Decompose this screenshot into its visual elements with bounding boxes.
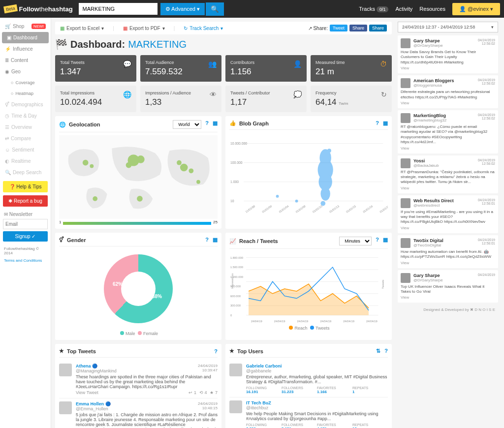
fb-share-button[interactable]: Share <box>349 25 367 31</box>
svg-text:01/01/16: 01/01/16 <box>362 205 373 214</box>
report-bug-button[interactable]: ✱ Report a bug <box>3 195 48 207</box>
sidebar-item-content[interactable]: ≣Content <box>0 55 51 66</box>
blob-graph-panel: 👍Blob Graph ?▦ 10.000.000100.0001.00010 … <box>225 116 392 229</box>
user-item: Gabriele Carboni@gabbaneleEntrepreneur, … <box>229 361 388 397</box>
dashboard-icon: 🏁 <box>55 38 67 50</box>
stat-impressions-audience: Impressions / Audience1,33👁 <box>140 86 221 112</box>
search-button[interactable]: 🔍 <box>206 2 224 16</box>
view-link[interactable]: View <box>401 101 495 105</box>
export-excel-button[interactable]: ▦ Export to Excel ▾ <box>60 26 104 31</box>
help-icon[interactable]: ? <box>214 348 218 354</box>
gender-donut-chart: 62% 38% <box>104 254 173 323</box>
date-range-picker[interactable]: 24/04/2019 12:37 - 24/04/2019 12:58▾ <box>398 22 498 32</box>
feed-item: Gary Sharpe@DrGarySharpe04/24/2019Top UK… <box>398 270 498 303</box>
stat-measured-time: Measured time21 m⏱ <box>311 55 392 82</box>
avatar <box>401 38 410 48</box>
sidebar-item-coverage[interactable]: ○Coverage <box>0 77 51 88</box>
svg-text:10: 10 <box>230 199 234 203</box>
feed-item: Gary Sharpe@DrGarySharpe04/24/201912:58:… <box>398 35 498 73</box>
newsletter-label: ✉ Newsletter <box>0 210 51 219</box>
help-icon[interactable]: ? <box>376 120 379 126</box>
svg-point-0 <box>83 160 89 166</box>
tracks-link[interactable]: Tracks 0/1 <box>359 6 388 12</box>
terms-link[interactable]: Terms and Conditions <box>0 258 51 263</box>
view-link[interactable]: View <box>401 261 495 265</box>
feed-item: Web Results Direct@webresdirect04/24/201… <box>398 195 498 233</box>
user-menu[interactable]: 👤 @evinex ▾ <box>452 3 500 15</box>
avatar <box>229 364 242 376</box>
avatar <box>59 401 72 414</box>
help-icon[interactable]: ? <box>384 348 388 354</box>
svg-point-24 <box>327 149 331 153</box>
tweet-button[interactable]: Tweet <box>330 25 347 31</box>
blob-chart[interactable]: 10.000.000100.0001.00010 11/01/9901/01/0… <box>229 133 388 216</box>
sidebar-item-influence[interactable]: ⚡Influence <box>0 43 51 55</box>
grid-icon[interactable]: ▦ <box>213 237 218 243</box>
sidebar-item-compare[interactable]: ⇄Compare <box>0 133 51 144</box>
svg-point-5 <box>180 164 188 172</box>
svg-text:1.000: 1.000 <box>230 180 239 183</box>
svg-text:Tweets: Tweets <box>381 279 384 289</box>
sidebar-item-deep-search[interactable]: 🔍Deep Search <box>0 167 51 178</box>
help-icon[interactable]: ? <box>376 237 379 245</box>
geo-world-select[interactable]: World <box>173 120 201 129</box>
grid-icon[interactable]: ▦ <box>383 237 388 245</box>
grid-icon[interactable]: ▦ <box>213 120 218 129</box>
sidebar-item-dashboard[interactable]: ▣Dashboard <box>2 32 49 43</box>
help-icon[interactable]: ? <box>205 237 209 243</box>
share-label: ↗ Share: <box>308 26 328 31</box>
chart-icon: 📈 <box>229 238 236 245</box>
svg-text:24/04/19: 24/04/19 <box>320 320 331 323</box>
feed-item: American Bloggers@bloggersinusa04/24/201… <box>398 75 498 108</box>
search-input[interactable] <box>79 3 158 15</box>
sidebar-item-overview[interactable]: ☰Overview <box>0 122 51 133</box>
help-button[interactable]: ❓ Help & Tips <box>3 181 48 192</box>
svg-point-1 <box>90 164 94 168</box>
view-tweet-link[interactable]: View Tweet <box>76 390 98 395</box>
world-map[interactable] <box>59 135 218 219</box>
view-link[interactable]: View <box>401 66 495 70</box>
signup-button[interactable]: Signup ✓ <box>3 231 48 242</box>
top-users-panel: ★Top Users ⇅? Gabriele Carboni@gabbanele… <box>225 344 392 428</box>
sidebar-item-geo[interactable]: ◉Geo <box>0 66 51 77</box>
sidebar-item-demographics[interactable]: ⚥Demographics <box>0 99 51 110</box>
svg-point-7 <box>93 196 97 201</box>
svg-text:11/01/99: 11/01/99 <box>245 205 255 214</box>
svg-text:01/01/15: 01/01/15 <box>346 205 356 214</box>
sidebar-item-time-day[interactable]: ◷Time & Day <box>0 110 51 122</box>
user-item: IT Tech BuZ@ittechbuzWe help People Maki… <box>229 397 388 428</box>
reach-chart[interactable]: 1.800.0001.500.0001.200.000900.000600.00… <box>229 252 388 326</box>
sidebar-item-shop[interactable]: 🛒ShopNEW! <box>0 21 51 32</box>
svg-text:600.000: 600.000 <box>230 295 241 298</box>
sidebar-item-sentiment[interactable]: ☺Sentiment <box>0 144 51 155</box>
email-input[interactable] <box>3 219 48 229</box>
export-pdf-button[interactable]: ▦ Export to PDF ▾ <box>123 26 165 31</box>
stat-total-tweets: Total Tweets1.347💬 <box>55 55 136 82</box>
logo: Followthehashtag <box>19 5 73 13</box>
svg-text:01/01/13: 01/01/13 <box>329 205 340 214</box>
view-link[interactable]: View <box>401 146 495 151</box>
geolocation-panel: 🌐Geolocation World?▦ 125 <box>55 116 221 229</box>
track-search-button[interactable]: ↻ Track Search ▾ <box>184 26 223 31</box>
help-icon[interactable]: ? <box>205 120 209 129</box>
sidebar-item-heatmap[interactable]: ○Heatmap <box>0 88 51 99</box>
view-link[interactable]: View <box>401 226 495 230</box>
geo-icon: 🌐 <box>59 122 66 128</box>
reach-interval-select[interactable]: Minutes <box>339 237 372 245</box>
view-link[interactable]: View <box>401 186 495 190</box>
svg-point-4 <box>126 162 132 168</box>
view-link[interactable]: View <box>401 295 495 300</box>
svg-point-25 <box>276 195 279 198</box>
resources-link[interactable]: Resources <box>419 6 445 12</box>
li-share-button[interactable]: Share <box>369 25 387 31</box>
svg-text:24/04/19: 24/04/19 <box>274 320 285 323</box>
svg-text:01/01/18: 01/01/18 <box>379 205 388 214</box>
stat-contributors: Contributors1.156👤 <box>225 55 307 82</box>
copyright: Followthehashtag © 2014 <box>0 244 51 258</box>
activity-link[interactable]: Activity <box>395 6 412 12</box>
sort-icon[interactable]: ⇅ <box>376 348 380 354</box>
grid-icon[interactable]: ▦ <box>383 120 388 126</box>
sidebar-item-realtime[interactable]: ◐Realtime <box>0 155 51 167</box>
svg-text:0: 0 <box>230 314 232 317</box>
advanced-button[interactable]: ⚙ Advanced ▾ <box>160 3 205 15</box>
